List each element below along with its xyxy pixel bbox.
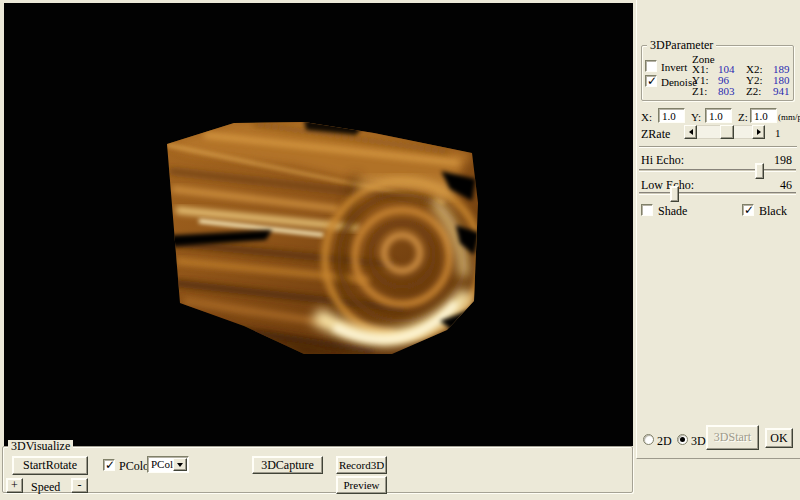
black-label: Black [759, 205, 787, 217]
zrate-scrollbar[interactable] [684, 125, 765, 139]
3dstart-button[interactable]: 3DStart [706, 425, 759, 450]
zone-z1-label: Z1: [692, 85, 707, 97]
zrate-label: ZRate [641, 128, 670, 140]
volume-render [4, 3, 633, 446]
3d-radio-label: 3D [691, 435, 706, 447]
zrate-value: 1 [775, 127, 781, 139]
3dparameter-group-title: 3DParameter [647, 39, 716, 52]
3dparameter-group: 3DParameter Invert Denoise Zone X1: 104 … [641, 45, 794, 101]
pcolor-dropdown[interactable]: PColor [147, 456, 189, 473]
low-echo-thumb[interactable] [670, 186, 679, 202]
hi-echo-value: 198 [774, 154, 792, 166]
speed-plus-button[interactable]: + [6, 478, 23, 493]
low-echo-value: 46 [780, 179, 792, 191]
x-scale-label: X: [641, 111, 652, 123]
scale-unit-label: (mm/p) [778, 111, 800, 123]
separator [639, 146, 797, 148]
hi-echo-slider[interactable] [639, 169, 796, 172]
2d-radio[interactable] [643, 434, 654, 445]
speed-label: Speed [31, 481, 60, 493]
y-scale-label: Y: [691, 111, 701, 123]
start-rotate-button[interactable]: StartRotate [12, 456, 88, 475]
invert-checkbox[interactable] [645, 60, 657, 72]
3d-viewport[interactable] [4, 3, 633, 446]
shade-label: Shade [658, 205, 687, 217]
zone-z2-label: Z2: [746, 85, 761, 97]
x-scale-input[interactable] [658, 108, 685, 123]
speed-minus-button[interactable]: - [71, 478, 88, 493]
parameter-panel: 3DParameter Invert Denoise Zone X1: 104 … [636, 0, 800, 459]
denoise-checkbox[interactable] [645, 75, 657, 87]
zone-z2-value: 941 [773, 85, 790, 97]
zrate-thumb[interactable] [720, 125, 734, 139]
2d-radio-label: 2D [657, 435, 672, 447]
zone-z1-value: 803 [718, 85, 735, 97]
zrate-right-arrow-icon[interactable] [752, 125, 765, 139]
3d-radio[interactable] [677, 434, 688, 445]
record3d-button[interactable]: Record3D [336, 456, 387, 474]
low-echo-slider[interactable] [639, 192, 796, 195]
pcolor-dropdown-arrow-icon[interactable] [173, 458, 187, 471]
hi-echo-thumb[interactable] [755, 163, 764, 179]
hi-echo-label: Hi Echo: [641, 154, 684, 166]
ok-button[interactable]: OK [765, 428, 793, 448]
black-checkbox[interactable] [742, 204, 754, 216]
low-echo-label: Low Echo: [641, 179, 694, 191]
y-scale-input[interactable] [705, 108, 732, 123]
shade-checkbox[interactable] [641, 204, 653, 216]
3dcapture-button[interactable]: 3DCapture [252, 456, 323, 474]
z-scale-input[interactable] [750, 108, 777, 123]
zrate-left-arrow-icon[interactable] [684, 125, 697, 139]
pcolor-checkbox[interactable] [103, 459, 115, 471]
preview-button[interactable]: Preview [336, 476, 387, 494]
3dvisualize-group: 3DVisualize StartRotate + Speed - PColor… [2, 446, 633, 493]
invert-label: Invert [661, 61, 687, 73]
3dvisualize-group-title: 3DVisualize [8, 440, 73, 453]
app-window: 3DParameter Invert Denoise Zone X1: 104 … [0, 0, 800, 500]
z-scale-label: Z: [738, 111, 748, 123]
